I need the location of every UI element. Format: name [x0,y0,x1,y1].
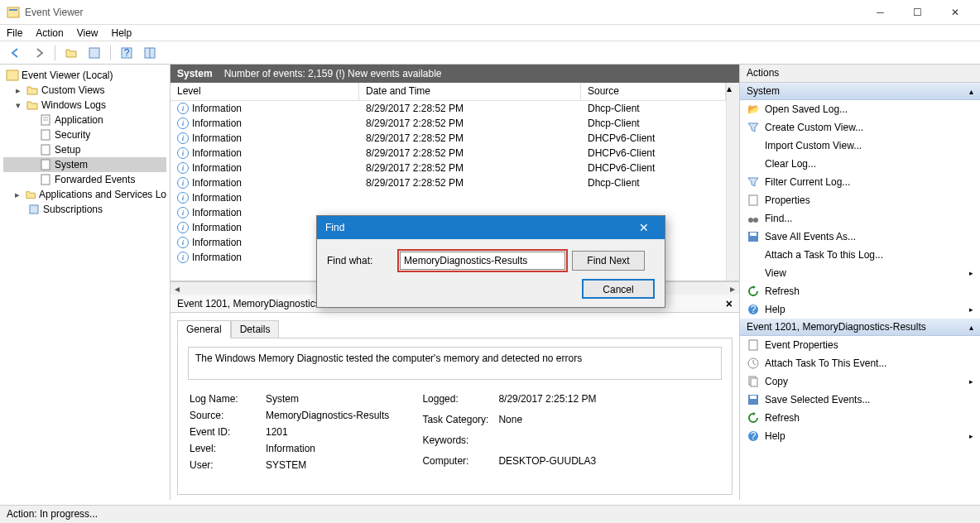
event-row[interactable]: iInformation8/29/2017 2:28:52 PMDhcp-Cli… [171,101,726,116]
minimize-button[interactable]: ─ [862,0,899,25]
titlebar: Event Viewer ─ ☐ ✕ [0,0,980,25]
properties-button[interactable] [85,44,103,62]
actions-header: Actions [740,65,980,83]
find-dialog-close[interactable]: ✕ [632,221,656,234]
center-header: System Number of events: 2,159 (!) New e… [171,65,739,83]
properties-icon [747,194,760,207]
action-find[interactable]: Find... [740,209,980,228]
action-event-properties[interactable]: Event Properties [740,336,980,354]
action-refresh[interactable]: Refresh [740,282,980,300]
window-title: Event Viewer [25,7,862,18]
actions-event-section: Event 1201, MemoryDiagnostics-Results▴ [740,319,980,336]
info-icon: i [177,162,189,174]
save-icon [747,393,760,406]
keywords-value [498,433,601,452]
info-icon: i [177,237,189,248]
find-dialog-titlebar[interactable]: Find ✕ [317,216,665,239]
tab-general[interactable]: General [177,320,231,338]
find-next-button[interactable]: Find Next [572,251,645,271]
detail-close[interactable]: × [726,297,733,310]
tree-subscriptions[interactable]: Subscriptions [3,202,166,217]
tree-custom-views[interactable]: ▸Custom Views [3,83,166,98]
menu-help[interactable]: Help [112,27,132,39]
tree-forwarded[interactable]: Forwarded Events [3,172,166,187]
help-icon: ? [747,303,760,316]
tree-pane: Event Viewer (Local) ▸Custom Views ▾Wind… [0,65,171,500]
maximize-button[interactable]: ☐ [899,0,936,25]
folder-button[interactable] [62,44,80,62]
tree-security[interactable]: Security [3,127,166,142]
action-save-all[interactable]: Save All Events As... [740,228,980,246]
keywords-label: Keywords: [422,433,497,452]
event-row[interactable]: iInformation8/29/2017 2:28:52 PMDhcp-Cli… [171,116,726,131]
event-row[interactable]: iInformation8/29/2017 2:28:52 PMDhcp-Cli… [171,175,726,190]
tree-system[interactable]: System [3,157,166,172]
refresh-icon [747,411,760,425]
help-icon: ? [747,429,760,443]
save-icon [747,230,760,243]
copy-icon [747,375,760,388]
find-what-input[interactable] [400,252,565,270]
event-row[interactable]: iInformation8/29/2017 2:28:52 PMDHCPv6-C… [171,131,726,146]
back-button[interactable] [7,44,25,62]
action-filter-log[interactable]: Filter Current Log... [740,173,980,191]
svg-rect-16 [749,195,757,205]
logged-label: Logged: [422,391,497,410]
menu-view[interactable]: View [77,27,98,39]
app-icon [7,6,20,19]
svg-rect-2 [89,48,99,58]
svg-rect-28 [750,396,757,399]
tree-setup[interactable]: Setup [3,142,166,157]
action-open-saved-log[interactable]: 📂Open Saved Log... [740,100,980,118]
cancel-button[interactable]: Cancel [582,279,655,299]
col-datetime[interactable]: Date and Time [359,83,581,100]
status-bar: Action: In progress... [0,505,980,523]
event-row[interactable]: iInformation [171,190,726,205]
event-row[interactable]: iInformation8/29/2017 2:28:52 PMDHCPv6-C… [171,161,726,175]
action-copy[interactable]: Copy▸ [740,372,980,391]
tree-application[interactable]: Application [3,113,166,127]
blank-icon [747,266,760,280]
action-create-custom-view[interactable]: Create Custom View... [740,118,980,137]
menu-action[interactable]: Action [36,27,63,39]
vertical-scrollbar[interactable] [726,101,739,281]
blank-icon [747,248,760,262]
close-button[interactable]: ✕ [936,0,973,25]
level-value: Information [266,441,394,456]
col-source[interactable]: Source [581,83,726,100]
action-clear-log[interactable]: Clear Log... [740,155,980,173]
help-toolbar-button[interactable]: ? [118,44,136,62]
svg-rect-15 [30,205,38,214]
source-value: MemoryDiagnostics-Results [266,408,394,423]
action-attach-task[interactable]: Attach a Task To this Log... [740,246,980,264]
level-label: Level: [190,441,264,456]
forward-button[interactable] [30,44,48,62]
menu-file[interactable]: File [7,27,22,39]
action-save-selected[interactable]: Save Selected Events... [740,391,980,409]
tab-details[interactable]: Details [231,320,280,338]
event-message: The Windows Memory Diagnostic tested the… [188,347,722,380]
toolbar: ? [0,41,980,65]
actions-pane: Actions System▴ 📂Open Saved Log... Creat… [740,65,980,500]
action-view[interactable]: View▸ [740,264,980,282]
action-attach-task-event[interactable]: Attach Task To This Event... [740,354,980,372]
properties-icon [747,338,760,352]
info-icon: i [177,252,189,263]
action-import-custom-view[interactable]: Import Custom View... [740,137,980,155]
action-properties[interactable]: Properties [740,191,980,209]
panes-button[interactable] [141,44,159,62]
event-row[interactable]: iInformation8/29/2017 2:28:52 PMDHCPv6-C… [171,146,726,161]
action-help-2[interactable]: ?Help▸ [740,427,980,445]
svg-point-18 [753,218,758,223]
find-what-label: Find what: [327,255,393,266]
tree-app-services[interactable]: ▸Applications and Services Lo [3,187,166,202]
tree-windows-logs[interactable]: ▾Windows Logs [3,98,166,113]
col-level[interactable]: Level [171,83,359,100]
tree-root[interactable]: Event Viewer (Local) [3,68,166,83]
taskcat-label: Task Category: [422,412,497,431]
scroll-up[interactable]: ▴ [726,83,739,101]
logname-value: System [266,391,394,406]
action-help[interactable]: ?Help▸ [740,300,980,319]
action-refresh-2[interactable]: Refresh [740,409,980,427]
svg-rect-26 [751,378,757,386]
